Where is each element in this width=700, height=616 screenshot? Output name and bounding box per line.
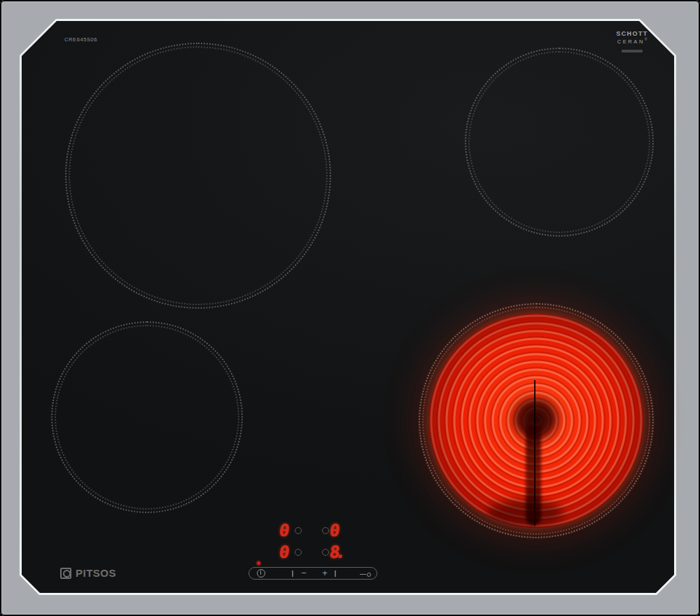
- control-divider: [292, 570, 293, 577]
- key-shaft: [360, 574, 366, 575]
- power-icon[interactable]: [257, 569, 265, 578]
- zone-select-indicator-rear-left: [295, 527, 302, 534]
- zone-select-indicator-front-right: [322, 549, 329, 556]
- cooking-zone-rear-left: [65, 43, 331, 309]
- pitsos-logo: PITSOS: [60, 567, 116, 579]
- touch-control-strip: − +: [248, 567, 377, 580]
- model-number-label: CRE645S06: [64, 36, 97, 43]
- zone-select-indicator-front-left: [295, 549, 302, 556]
- display-zone-rear-left: 0: [279, 522, 290, 539]
- control-divider: [335, 570, 336, 577]
- child-lock-key-icon[interactable]: [360, 573, 371, 577]
- cooking-zone-rear-right: [465, 48, 654, 237]
- active-radiant-element: [429, 314, 643, 528]
- display-zone-front-left: 0: [279, 544, 290, 561]
- key-bow: [367, 573, 371, 577]
- cooktop: CRE645S06 SCHOTT CERAN® PITSOS 0 0 0 8. …: [0, 0, 700, 616]
- display-zone-front-right: 8.: [329, 544, 343, 561]
- cooking-zone-front-left: [51, 321, 243, 513]
- zone-select-indicator-rear-right: [322, 527, 329, 534]
- schott-smallprint-text: [622, 50, 643, 52]
- registered-mark: ®: [645, 38, 647, 41]
- pitsos-emblem-icon: [60, 568, 71, 579]
- pitsos-wordmark: PITSOS: [76, 567, 116, 579]
- minus-key[interactable]: −: [295, 568, 312, 578]
- schott-logo-line1: SCHOTT: [613, 30, 651, 37]
- power-on-led: [257, 561, 260, 565]
- plus-key[interactable]: +: [316, 568, 333, 578]
- display-zone-rear-right: 0: [329, 522, 341, 539]
- schott-ceran-logo: SCHOTT CERAN®: [613, 30, 651, 52]
- schott-logo-line2: CERAN®: [613, 38, 651, 45]
